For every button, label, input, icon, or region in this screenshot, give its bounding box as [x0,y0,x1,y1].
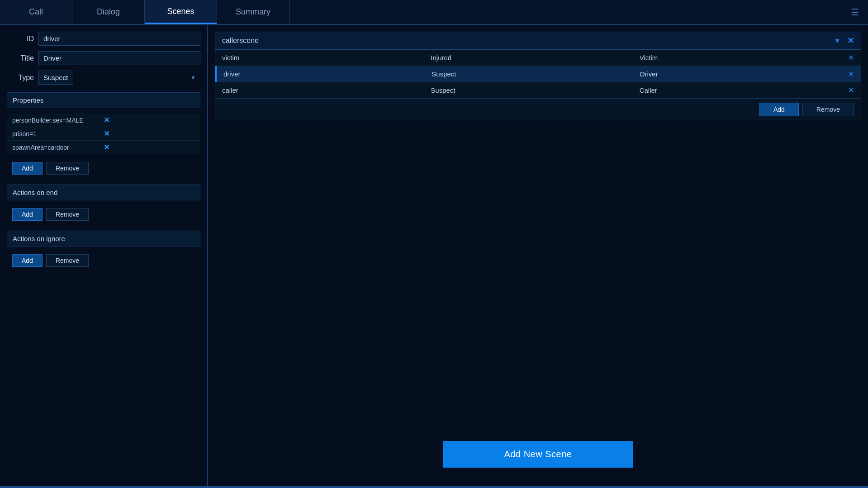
property-remove-icon-2[interactable]: ✕ [104,143,195,152]
scene-add-button[interactable]: Add [759,103,799,116]
scene-col-type-2: Suspect [431,86,639,94]
tab-dialog[interactable]: Dialog [72,0,145,24]
main-content: ID Title Type Suspect Victim Witness Pro… [0,25,868,488]
property-remove-icon-0[interactable]: ✕ [104,116,195,124]
scene-collapse-icon[interactable]: ▼ [834,37,840,44]
scene-row-remove-icon-2[interactable]: ✕ [848,86,854,95]
scene-col-id-0: victim [222,54,431,62]
type-field-row: Type Suspect Victim Witness [7,71,200,85]
actions-end-header: Actions on end [7,185,200,200]
scene-row-victim[interactable]: victim Injured Victim ✕ [215,50,861,66]
scene-col-id-1: driver [223,70,432,78]
scene-col-type-1: Suspect [432,70,640,78]
right-panel: callerscene ▼ ✕ victim Injured Victim ✕ … [208,25,868,488]
scene-col-name-0: Victim [640,54,848,62]
title-label: Title [7,54,34,62]
actions-ignore-btn-row: Add Remove [7,252,200,269]
type-select[interactable]: Suspect Victim Witness [38,71,73,85]
title-field-row: Title [7,51,200,65]
add-new-scene-button[interactable]: Add New Scene [443,441,633,468]
scene-close-icon[interactable]: ✕ [847,36,854,46]
bottom-bar: Add New Scene [215,120,861,481]
title-input[interactable] [38,51,200,65]
scene-title: callerscene [222,37,834,45]
id-input[interactable] [38,32,200,46]
actions-ignore-remove-button[interactable]: Remove [46,254,89,267]
scene-remove-button[interactable]: Remove [802,103,854,116]
property-value: personBuilder.sex=MALE [12,117,104,124]
properties-add-button[interactable]: Add [12,162,43,175]
tab-summary[interactable]: Summary [217,0,289,24]
property-item: personBuilder.sex=MALE ✕ [7,114,200,127]
property-item: prison=1 ✕ [7,127,200,141]
property-remove-icon-1[interactable]: ✕ [104,129,195,138]
scene-actions: Add Remove [215,99,861,120]
scene-row-caller[interactable]: caller Suspect Caller ✕ [215,82,861,99]
scene-col-id-2: caller [222,86,431,94]
actions-end-remove-button[interactable]: Remove [46,208,89,221]
scene-col-type-0: Injured [431,54,639,62]
type-select-wrapper: Suspect Victim Witness [38,71,200,85]
tab-call[interactable]: Call [0,0,72,24]
left-panel: ID Title Type Suspect Victim Witness Pro… [0,25,208,488]
type-label: Type [7,74,34,82]
scene-row-remove-icon-0[interactable]: ✕ [848,53,854,62]
actions-end-btn-row: Add Remove [7,206,200,223]
scene-header: callerscene ▼ ✕ [215,32,861,50]
scene-block: callerscene ▼ ✕ victim Injured Victim ✕ … [215,32,861,120]
id-field-row: ID [7,32,200,46]
property-value: spawnArea=cardoor [12,144,104,151]
top-navigation: Call Dialog Scenes Summary ☰ [0,0,868,25]
scene-row-driver[interactable]: driver Suspect Driver ✕ [215,66,861,82]
actions-end-add-button[interactable]: Add [12,208,43,221]
id-label: ID [7,35,34,43]
properties-remove-button[interactable]: Remove [46,162,89,175]
actions-ignore-header: Actions on ignore [7,231,200,246]
scene-col-name-2: Caller [640,86,848,94]
property-value: prison=1 [12,130,104,137]
bottom-border [0,486,868,488]
properties-btn-row: Add Remove [7,160,200,177]
properties-section-header: Properties [7,92,200,108]
properties-list: personBuilder.sex=MALE ✕ prison=1 ✕ spaw… [7,114,200,154]
scene-col-name-1: Driver [640,70,848,78]
menu-icon[interactable]: ☰ [851,7,859,18]
scene-row-remove-icon-1[interactable]: ✕ [848,70,854,78]
tab-scenes[interactable]: Scenes [145,0,217,24]
actions-ignore-add-button[interactable]: Add [12,254,43,267]
property-item: spawnArea=cardoor ✕ [7,141,200,154]
